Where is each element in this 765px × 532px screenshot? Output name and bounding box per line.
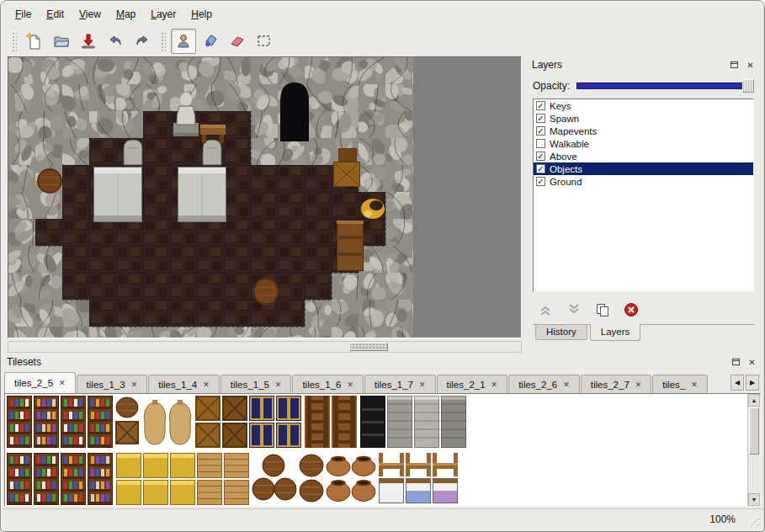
- tab-close-icon[interactable]: ✕: [419, 380, 426, 389]
- tileset-tab-label: tiles_: [662, 380, 685, 390]
- dock-tab-history[interactable]: History: [535, 325, 587, 340]
- stamp-tool-button[interactable]: [171, 29, 196, 54]
- tileset-tab-label: tiles_1_3: [87, 380, 125, 390]
- tileset-tab-tiles_1_6[interactable]: tiles_1_6✕: [292, 375, 364, 393]
- layers-panel-title: Layers: [532, 59, 725, 71]
- opacity-slider-handle[interactable]: [742, 79, 754, 93]
- menu-help[interactable]: Help: [183, 6, 220, 23]
- layer-row-mapevents[interactable]: ✓Mapevents: [534, 125, 753, 137]
- layer-name-label: Ground: [550, 177, 582, 187]
- scroll-tabs-right-button[interactable]: ▶: [746, 375, 759, 391]
- tileset-tab-label: tiles_2_6: [518, 380, 557, 390]
- close-panel-button[interactable]: ✕: [744, 59, 757, 72]
- tab-close-icon[interactable]: ✕: [347, 380, 353, 389]
- tileset-tab-tiles_2_6[interactable]: tiles_2_6✕: [508, 375, 580, 393]
- layer-visibility-checkbox[interactable]: ✓: [536, 152, 545, 161]
- opacity-label: Opacity:: [533, 80, 570, 92]
- toolbar-grip[interactable]: [160, 31, 166, 51]
- layer-visibility-checkbox[interactable]: ✓: [536, 126, 545, 136]
- tab-close-icon[interactable]: ✕: [275, 380, 282, 389]
- toolbar-grip[interactable]: [11, 31, 17, 51]
- open-file-button[interactable]: [49, 29, 74, 54]
- tab-close-icon[interactable]: ✕: [563, 380, 570, 389]
- tileset-view[interactable]: ▲ ▼: [4, 393, 761, 507]
- delete-layer-icon: [624, 302, 639, 317]
- menu-map[interactable]: Map: [109, 6, 143, 23]
- layer-row-ground[interactable]: ✓Ground: [534, 175, 753, 188]
- duplicate-layer-button[interactable]: [593, 301, 612, 319]
- layers-panel: Layers ✕ Opacity: ✓Keys✓Spawn✓MapeventsW…: [528, 56, 761, 346]
- tab-close-icon[interactable]: ✕: [635, 380, 642, 389]
- tab-close-icon[interactable]: ✕: [491, 380, 498, 389]
- tileset-tab-label: tiles_2_1: [447, 380, 486, 390]
- tileset-tab-tiles_[interactable]: tiles_✕: [652, 375, 707, 393]
- tilesets-panel-title: Tilesets: [7, 356, 726, 368]
- fill-tool-button[interactable]: [198, 29, 223, 54]
- redo-icon: [134, 33, 151, 50]
- menu-file[interactable]: File: [8, 6, 39, 23]
- undo-button[interactable]: [103, 29, 128, 54]
- menu-edit[interactable]: Edit: [39, 6, 72, 23]
- opacity-row: Opacity:: [533, 78, 754, 93]
- layer-visibility-checkbox[interactable]: ✓: [536, 177, 545, 186]
- status-bar: 100%: [3, 508, 762, 529]
- tileset-tab-tiles_1_3[interactable]: tiles_1_3✕: [77, 375, 148, 393]
- layer-visibility-checkbox[interactable]: ✓: [536, 101, 545, 110]
- tilesets-panel-header: Tilesets ✕: [3, 354, 762, 370]
- tab-close-icon[interactable]: ✕: [203, 380, 210, 389]
- delete-layer-button[interactable]: [622, 301, 640, 319]
- tileset-tab-tiles_1_4[interactable]: tiles_1_4✕: [148, 375, 220, 393]
- scroll-down-button[interactable]: ▼: [748, 493, 760, 506]
- scroll-up-button[interactable]: ▲: [748, 394, 760, 407]
- tab-close-icon[interactable]: ✕: [59, 379, 66, 387]
- new-file-button[interactable]: [22, 29, 47, 54]
- save-file-button[interactable]: [76, 29, 101, 54]
- float-panel-button[interactable]: [730, 356, 742, 369]
- tileset-tab-label: tiles_1_7: [375, 380, 413, 390]
- map-scrollbar-thumb[interactable]: [349, 343, 388, 351]
- layer-row-objects[interactable]: ✓Objects: [534, 162, 753, 175]
- layer-visibility-checkbox[interactable]: ✓: [536, 114, 545, 123]
- tileset-tab-tiles_2_1[interactable]: tiles_2_1✕: [437, 375, 508, 393]
- tab-close-icon[interactable]: ✕: [691, 380, 698, 389]
- scroll-tabs-left-button[interactable]: ◀: [730, 375, 744, 391]
- resize-grip-icon[interactable]: [747, 514, 759, 526]
- map-canvas[interactable]: [8, 57, 521, 338]
- layer-actions: [536, 299, 754, 321]
- map-horizontal-scrollbar[interactable]: [8, 341, 522, 353]
- tileset-tab-tiles_2_7[interactable]: tiles_2_7✕: [581, 375, 652, 393]
- layer-visibility-checkbox[interactable]: ✓: [536, 164, 545, 173]
- tab-scroll-arrows: ◀ ▶: [727, 375, 761, 393]
- tileset-vertical-scrollbar[interactable]: ▲ ▼: [747, 394, 760, 506]
- float-panel-icon: [730, 61, 739, 70]
- tileset-tab-label: tiles_2_5: [14, 378, 53, 388]
- dock-tab-layers[interactable]: Layers: [590, 324, 641, 341]
- tileset-tab-tiles_1_7[interactable]: tiles_1_7✕: [364, 375, 436, 393]
- open-file-icon: [53, 33, 70, 50]
- eraser-tool-button[interactable]: [225, 29, 250, 54]
- opacity-slider[interactable]: [576, 82, 754, 89]
- tileset-tab-tiles_1_5[interactable]: tiles_1_5✕: [220, 375, 292, 393]
- layer-row-keys[interactable]: ✓Keys: [534, 99, 753, 112]
- menu-view[interactable]: View: [72, 6, 109, 23]
- close-panel-button[interactable]: ✕: [746, 356, 758, 369]
- raise-layer-button[interactable]: [536, 301, 555, 319]
- new-file-icon: [26, 33, 43, 50]
- layer-row-spawn[interactable]: ✓Spawn: [534, 112, 753, 125]
- tab-close-icon[interactable]: ✕: [131, 380, 138, 389]
- tileset-canvas[interactable]: [5, 394, 749, 506]
- select-tool-button[interactable]: [252, 29, 277, 54]
- tileset-scrollbar-thumb[interactable]: [749, 407, 759, 455]
- float-panel-button[interactable]: [728, 59, 741, 72]
- lower-layer-button[interactable]: [565, 301, 583, 319]
- layer-row-above[interactable]: ✓Above: [534, 150, 753, 162]
- layers-dock-tabs: HistoryLayers: [533, 324, 754, 346]
- layer-row-walkable[interactable]: Walkable: [534, 137, 753, 150]
- redo-button[interactable]: [130, 29, 155, 54]
- map-view[interactable]: [8, 56, 522, 338]
- menu-layer[interactable]: Layer: [143, 6, 183, 23]
- raise-layer-icon: [538, 302, 553, 317]
- tileset-tab-label: tiles_1_5: [231, 380, 269, 390]
- layer-visibility-checkbox[interactable]: [536, 139, 545, 148]
- tileset-tab-tiles_2_5[interactable]: tiles_2_5✕: [4, 372, 76, 393]
